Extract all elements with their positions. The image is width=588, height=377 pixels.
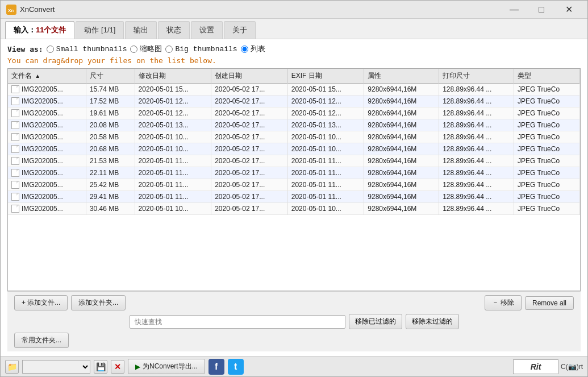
col-size[interactable]: 尺寸 xyxy=(86,69,135,84)
save-button[interactable]: 💾 xyxy=(94,360,107,374)
cell-type: JPEG TrueCo xyxy=(514,131,580,143)
table-row[interactable]: IMG202005... 20.08 MB 2020-05-01 13... 2… xyxy=(8,119,580,131)
cell-type: JPEG TrueCo xyxy=(514,96,580,107)
table-row[interactable]: IMG202005... 29.41 MB 2020-05-01 11... 2… xyxy=(8,191,580,203)
col-attr[interactable]: 属性 xyxy=(364,69,439,84)
cell-exif: 2020-05-01 10... xyxy=(287,143,364,155)
tab-about[interactable]: 关于 xyxy=(224,21,256,39)
view-thumb-label: 缩略图 xyxy=(140,44,162,54)
tab-action-label: 动作 [1/1] xyxy=(84,26,115,34)
cell-created: 2020-05-02 17... xyxy=(211,155,288,167)
cell-print: 128.89x96.44 ... xyxy=(439,84,514,96)
file-icon xyxy=(11,169,19,177)
tab-settings-label: 设置 xyxy=(199,26,214,34)
cell-modified: 2020-05-01 11... xyxy=(135,155,211,167)
cell-size: 17.52 MB xyxy=(86,96,135,107)
main-content: View as: Small thumbnails 缩略图 Big thumbn… xyxy=(1,39,587,356)
table-row[interactable]: IMG202005... 15.74 MB 2020-05-01 15... 2… xyxy=(8,84,580,96)
cell-exif: 2020-05-01 11... xyxy=(287,191,364,203)
tab-action[interactable]: 动作 [1/1] xyxy=(76,21,124,39)
cell-created: 2020-05-02 17... xyxy=(211,191,288,203)
cell-name: IMG202005... xyxy=(8,191,86,203)
file-table-container[interactable]: 文件名 ▲ 尺寸 修改日期 创建日期 EXIF 日期 属性 打印尺寸 类型 xyxy=(7,68,581,291)
col-type[interactable]: 类型 xyxy=(514,69,580,84)
export-nconvert-button[interactable]: ▶ 为NConvert导出... xyxy=(128,359,205,374)
col-exif[interactable]: EXIF 日期 xyxy=(287,69,364,84)
col-created[interactable]: 创建日期 xyxy=(211,69,288,84)
table-row[interactable]: IMG202005... 20.58 MB 2020-05-01 10... 2… xyxy=(8,131,580,143)
minimize-button[interactable]: — xyxy=(501,1,527,19)
cell-size: 29.41 MB xyxy=(86,191,135,203)
path-select[interactable] xyxy=(22,360,90,374)
cell-name: IMG202005... xyxy=(8,143,86,155)
cell-created: 2020-05-02 17... xyxy=(211,143,288,155)
table-row[interactable]: IMG202005... 20.68 MB 2020-05-01 10... 2… xyxy=(8,143,580,155)
cell-exif: 2020-05-01 11... xyxy=(287,167,364,179)
status-bar: 📁 💾 ✕ ▶ 为NConvert导出... f t Rit C(📷)rt xyxy=(1,356,587,376)
close-button[interactable]: ✕ xyxy=(556,1,582,19)
add-file-button[interactable]: + 添加文件... xyxy=(14,295,68,310)
cell-print: 128.89x96.44 ... xyxy=(439,119,514,131)
cell-print: 128.89x96.44 ... xyxy=(439,131,514,143)
cell-type: JPEG TrueCo xyxy=(514,107,580,119)
export-label: 为NConvert导出... xyxy=(143,362,198,371)
remove-unfiltered-button[interactable]: 移除未过滤的 xyxy=(406,314,459,329)
twitter-icon[interactable]: t xyxy=(228,359,244,375)
tab-input[interactable]: 输入：11个文件 xyxy=(5,21,74,39)
remove-filtered-button[interactable]: 移除已过滤的 xyxy=(349,314,402,329)
view-options-bar: View as: Small thumbnails 缩略图 Big thumbn… xyxy=(7,44,581,54)
save-icon: 💾 xyxy=(96,362,106,371)
view-big-radio[interactable] xyxy=(165,45,173,53)
cell-print: 128.89x96.44 ... xyxy=(439,191,514,203)
cell-exif: 2020-05-01 11... xyxy=(287,179,364,191)
table-row[interactable]: IMG202005... 19.61 MB 2020-05-01 12... 2… xyxy=(8,107,580,119)
view-list-radio[interactable] xyxy=(241,45,248,53)
cell-attr: 9280x6944,16M xyxy=(364,119,439,131)
cell-created: 2020-05-02 17... xyxy=(211,179,288,191)
view-list[interactable]: 列表 xyxy=(241,44,265,54)
view-small-radio[interactable] xyxy=(47,45,54,53)
cell-modified: 2020-05-01 12... xyxy=(135,107,211,119)
title-bar: Xn XnConvert — □ ✕ xyxy=(1,1,587,19)
cell-type: JPEG TrueCo xyxy=(514,203,580,215)
tab-status[interactable]: 状态 xyxy=(158,21,190,39)
col-name[interactable]: 文件名 ▲ xyxy=(8,69,86,84)
common-folders-button[interactable]: 常用文件夹... xyxy=(14,333,69,348)
facebook-icon[interactable]: f xyxy=(208,359,224,375)
open-folder-button[interactable]: 📁 xyxy=(5,360,19,374)
view-big-thumbnails[interactable]: Big thumbnails xyxy=(165,45,237,53)
tab-output[interactable]: 输出 xyxy=(125,21,157,39)
table-row[interactable]: IMG202005... 30.46 MB 2020-05-01 10... 2… xyxy=(8,203,580,215)
add-folder-button[interactable]: 添加文件夹... xyxy=(71,295,126,310)
search-input[interactable] xyxy=(130,315,345,329)
remove-button[interactable]: － 移除 xyxy=(485,295,522,310)
cell-name: IMG202005... xyxy=(8,155,86,167)
cell-size: 21.53 MB xyxy=(86,155,135,167)
table-row[interactable]: IMG202005... 17.52 MB 2020-05-01 12... 2… xyxy=(8,96,580,107)
remove-all-button[interactable]: Remove all xyxy=(525,296,574,310)
view-small-thumbnails[interactable]: Small thumbnails xyxy=(47,45,127,53)
cell-size: 20.68 MB xyxy=(86,143,135,155)
cell-name: IMG202005... xyxy=(8,119,86,131)
cell-size: 19.61 MB xyxy=(86,107,135,119)
table-row[interactable]: IMG202005... 25.42 MB 2020-05-01 11... 2… xyxy=(8,179,580,191)
col-modified[interactable]: 修改日期 xyxy=(135,69,211,84)
drag-hint: You can drag&drop your files on the list… xyxy=(7,56,581,65)
cell-created: 2020-05-02 17... xyxy=(211,96,288,107)
cell-attr: 9280x6944,16M xyxy=(364,84,439,96)
maximize-button[interactable]: □ xyxy=(528,1,554,19)
cell-attr: 9280x6944,16M xyxy=(364,203,439,215)
view-thumb-radio[interactable] xyxy=(130,45,137,53)
cell-modified: 2020-05-01 11... xyxy=(135,167,211,179)
export-icon: ▶ xyxy=(135,363,140,371)
delete-button[interactable]: ✕ xyxy=(111,360,124,374)
cell-attr: 9280x6944,16M xyxy=(364,143,439,155)
bottom-bar: + 添加文件... 添加文件夹... － 移除 Remove all 移除已过滤… xyxy=(7,291,581,351)
tab-settings[interactable]: 设置 xyxy=(191,21,223,39)
cell-modified: 2020-05-01 13... xyxy=(135,119,211,131)
table-row[interactable]: IMG202005... 22.11 MB 2020-05-01 11... 2… xyxy=(8,167,580,179)
table-row[interactable]: IMG202005... 21.53 MB 2020-05-01 11... 2… xyxy=(8,155,580,167)
col-print[interactable]: 打印尺寸 xyxy=(439,69,514,84)
view-thumbnails[interactable]: 缩略图 xyxy=(130,44,162,54)
file-icon xyxy=(11,133,19,141)
